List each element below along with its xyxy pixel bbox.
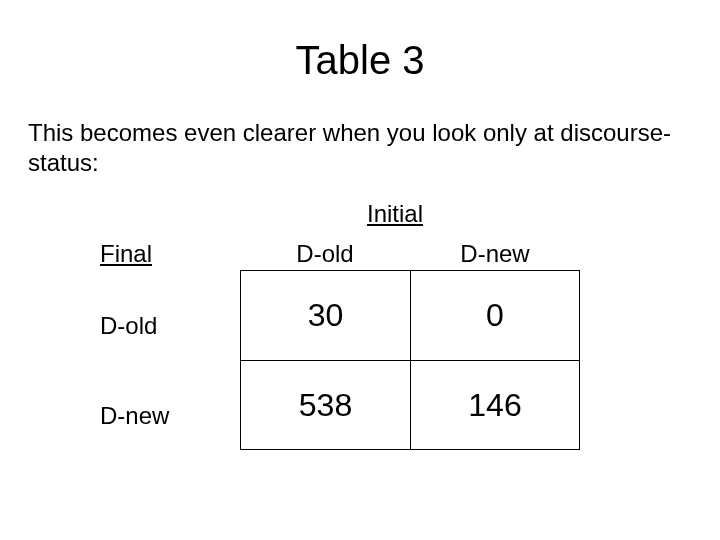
cell-dold-dold: 30 xyxy=(240,270,410,360)
slide: Table 3 This becomes even clearer when y… xyxy=(0,0,720,540)
columns-axis-title: Initial xyxy=(310,200,480,228)
cell-dold-dnew: 0 xyxy=(410,270,580,360)
row-header-d-new: D-new xyxy=(100,402,169,430)
cell-dnew-dold: 538 xyxy=(240,360,410,450)
column-header-d-old: D-old xyxy=(240,240,410,268)
cell-dnew-dnew: 146 xyxy=(410,360,580,450)
data-table: 30 0 538 146 xyxy=(240,270,580,450)
column-header-d-new: D-new xyxy=(410,240,580,268)
page-title: Table 3 xyxy=(0,38,720,83)
slide-subtitle: This becomes even clearer when you look … xyxy=(28,118,692,178)
rows-axis-title: Final xyxy=(100,240,152,268)
row-header-d-old: D-old xyxy=(100,312,157,340)
